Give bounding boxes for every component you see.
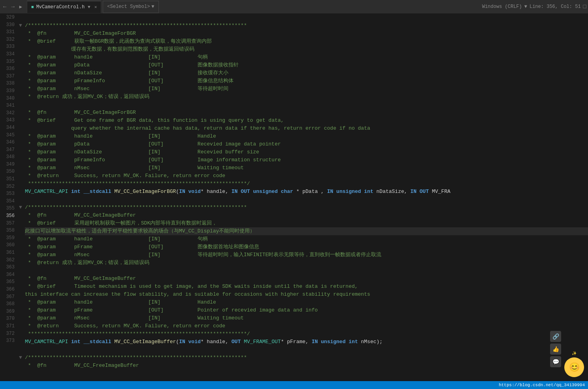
code-line-371 <box>25 346 588 354</box>
code-line-355: * @brief 采用超时机制获取一帧图片，SDK内部等待直到有数据时返回， <box>25 219 588 227</box>
avatar-area: ✨ 😊 <box>564 351 584 377</box>
code-line-369: ****************************************… <box>25 330 588 338</box>
code-line-354: * @fn MV_CC_GetImageBuffer <box>25 211 588 219</box>
ln-365: 365 <box>2 278 15 286</box>
ln-371: 371 <box>2 323 15 330</box>
status-bar: ​ https://blog.csdn.net/qq_34139994 <box>0 381 588 389</box>
encoding-label[interactable]: Windows (CRLF) <box>482 4 522 9</box>
ln-349: 349 <box>2 161 15 168</box>
ln-342: 342 <box>2 110 15 117</box>
line-numbers: 329 330 331 332 333 334 335 336 337 338 … <box>0 14 18 381</box>
fold-372[interactable]: ▼ <box>18 354 23 362</box>
code-line-340 <box>25 101 588 109</box>
ln-366: 366 <box>2 286 15 293</box>
editor-body: 329 330 331 332 333 334 335 336 337 338 … <box>0 14 588 381</box>
ln-348: 348 <box>2 153 15 161</box>
ln-345: 345 <box>2 132 15 139</box>
ln-363: 363 <box>2 264 15 271</box>
url-label: https://blog.csdn.net/qq_34139994 <box>499 383 585 387</box>
status-right: Windows (CRLF) ▼ Line: 356, Col: 51 □ <box>482 4 586 10</box>
editor-container: ← → ▶ ■ MvCameraControl.h ▼ ✕ <Select Sy… <box>0 0 588 389</box>
code-line-337: * @param pFrameInfo [OUT] 图像信息结构体 <box>25 77 588 85</box>
ln-355: 355 <box>2 205 15 212</box>
tab-filename: MvCameraControl.h <box>36 4 85 10</box>
fold-gutter: ▼ ▼ <box>18 14 23 381</box>
thumbs-up-icon[interactable]: 👍 <box>550 344 561 355</box>
ln-372: 372 <box>2 330 15 338</box>
ln-339: 339 <box>2 87 15 95</box>
code-line-364: this interface can increase the flow sta… <box>25 291 588 298</box>
code-line-330: /***************************************… <box>25 22 588 30</box>
fold-353[interactable]: ▼ <box>18 204 23 211</box>
forward-button[interactable]: → <box>9 3 16 11</box>
maximize-button[interactable]: □ <box>583 4 586 10</box>
symbol-placeholder: <Select Symbol> <box>107 4 150 9</box>
code-line-351: MV_CAMCTRL_API int __stdcall MV_CC_GetIm… <box>25 188 588 196</box>
code-line-367: * @param nMsec [IN] Waiting timeout <box>25 314 588 322</box>
ln-333: 333 <box>2 43 15 51</box>
code-line-358: * @param pFrame [OUT] 图像数据首地址和图像信息 <box>25 243 588 251</box>
code-line-338: * @param nMsec [IN] 等待超时时间 <box>25 85 588 93</box>
ln-357: 357 <box>2 220 15 227</box>
code-line-362: * @fn MV_CC_GetImageBuffer <box>25 275 588 283</box>
ln-338: 338 <box>2 80 15 87</box>
code-line-339: * @return 成功，返回MV_OK；错误，返回错误码 <box>25 93 588 101</box>
ln-330: 330 <box>2 21 15 29</box>
code-line-345: * @param pData [OUT] Recevied image data… <box>25 140 588 148</box>
ln-359: 359 <box>2 234 15 242</box>
ln-364: 364 <box>2 271 15 279</box>
file-tab[interactable]: ■ MvCameraControl.h ▼ ✕ <box>27 1 101 13</box>
code-line-352 <box>25 196 588 204</box>
code-line-361 <box>25 267 588 275</box>
code-line-353: /***************************************… <box>25 204 588 211</box>
tab-controls: ← → ▶ <box>2 3 24 11</box>
encoding-dropdown[interactable]: ▼ <box>524 4 527 9</box>
comment-icon[interactable]: 💬 <box>550 356 561 367</box>
code-line-356: 此接口可以增加取流平稳性，适合用于对平稳性要求较高的场合（与MV_CC_Disp… <box>25 227 588 235</box>
back-button[interactable]: ← <box>2 3 8 11</box>
code-line-347: * @param pFrameInfo [OUT] Image informat… <box>25 156 588 164</box>
code-line-372: /***************************************… <box>25 354 588 362</box>
share-icon[interactable]: 🔗 <box>550 331 561 342</box>
code-line-344: * @param handle [IN] Handle <box>25 132 588 140</box>
ln-350: 350 <box>2 168 15 176</box>
file-type-icon: ■ <box>31 5 34 9</box>
code-line-348: * @param nMsec [IN] Waiting timeout <box>25 164 588 172</box>
ln-343: 343 <box>2 117 15 124</box>
ln-346: 346 <box>2 139 15 146</box>
tab-dropdown-icon[interactable]: ▼ <box>88 5 90 9</box>
avatar: 😊 <box>564 357 584 377</box>
code-line-349: * @return Success, return MV_OK. Failure… <box>25 172 588 180</box>
fold-330[interactable]: ▼ <box>18 22 23 30</box>
ln-362: 362 <box>2 257 15 264</box>
ln-353: 353 <box>2 190 15 198</box>
ln-360: 360 <box>2 242 15 249</box>
debug-icon[interactable]: ▶ <box>18 3 24 11</box>
ln-335: 335 <box>2 58 15 66</box>
avatar-emoji: 😊 <box>569 362 580 373</box>
icon-bar: 🔗 👍 💬 <box>550 331 561 367</box>
ln-332: 332 <box>2 36 15 43</box>
code-line-331: * @fn MV_CC_GetImageForBGR <box>25 30 588 38</box>
code-line-359: * @param nMsec [IN] 等待超时时间，输入INFINITE时表示… <box>25 251 588 259</box>
status-bar-right: https://blog.csdn.net/qq_34139994 <box>499 383 585 387</box>
ln-368: 368 <box>2 300 15 308</box>
code-line-335: * @param pData [OUT] 图像数据接收指针 <box>25 61 588 69</box>
ln-334: 334 <box>2 51 15 58</box>
tab-close-button[interactable]: ✕ <box>94 4 97 9</box>
ln-329: 329 <box>2 14 15 21</box>
code-line-370: MV_CAMCTRL_API int __stdcall MV_CC_GetIm… <box>25 338 588 346</box>
code-area[interactable]: /***************************************… <box>23 14 588 381</box>
ln-358: 358 <box>2 227 15 234</box>
ln-340: 340 <box>2 95 15 102</box>
ln-331: 331 <box>2 28 15 36</box>
ln-336: 336 <box>2 65 15 73</box>
code-line-343: query whether the internal cache has dat… <box>25 125 588 132</box>
ln-367: 367 <box>2 293 15 301</box>
code-line-366: * @param pFrame [OUT] Pointer of recevie… <box>25 306 588 314</box>
code-line-333: 缓存有无数据，有数据则范围数据，无数据返回错误码 <box>25 45 588 53</box>
symbol-dropdown-icon[interactable]: ▼ <box>151 4 154 9</box>
symbol-selector[interactable]: <Select Symbol> ▼ <box>103 1 158 13</box>
ln-369: 369 <box>2 308 15 315</box>
code-line-350: ****************************************… <box>25 180 588 188</box>
